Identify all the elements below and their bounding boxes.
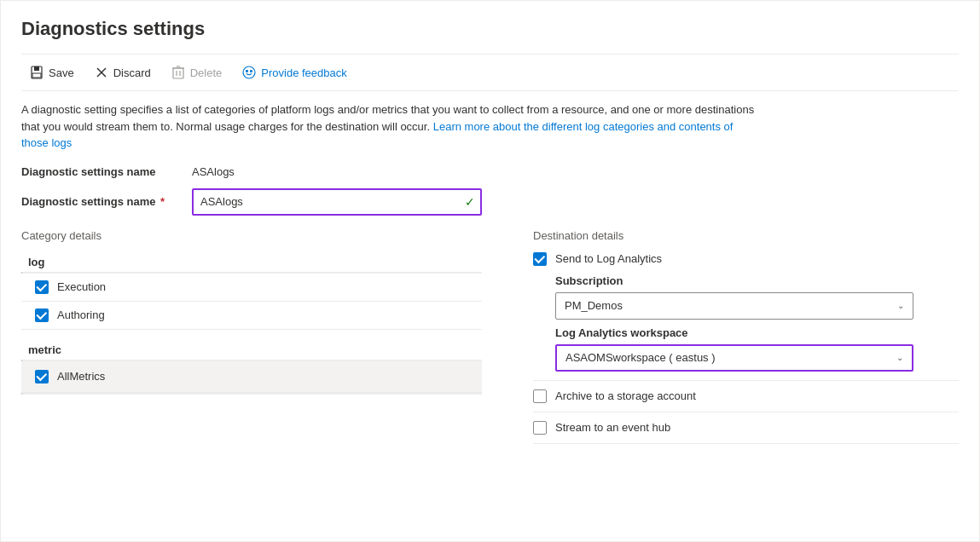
description-section: A diagnostic setting specifies a list of… — [21, 101, 755, 152]
log-analytics-checkbox[interactable] — [533, 252, 547, 266]
feedback-icon — [242, 66, 256, 79]
destination-details-col: Destination details Send to Log Analytic… — [533, 229, 959, 453]
log-item-execution: Execution — [21, 274, 482, 302]
discard-icon — [95, 66, 108, 79]
page-title: Diagnostics settings — [21, 18, 959, 40]
log-item-authoring: Authoring — [21, 302, 482, 330]
workspace-section: Log Analytics workspace ASAOMSworkspace … — [555, 326, 959, 372]
svg-point-10 — [243, 66, 255, 78]
send-to-log-analytics-row: Send to Log Analytics — [533, 252, 959, 266]
delete-icon — [171, 66, 185, 79]
subscription-dropdown[interactable]: PM_Demos ⌄ — [555, 292, 913, 320]
allmetrics-label: AllMetrics — [57, 370, 105, 383]
execution-checkbox[interactable] — [35, 280, 49, 294]
destination-details-header: Destination details — [533, 229, 959, 242]
delete-button[interactable]: Delete — [163, 61, 231, 84]
workspace-label: Log Analytics workspace — [555, 326, 959, 339]
archive-storage-checkbox[interactable] — [533, 389, 547, 403]
svg-rect-5 — [173, 68, 183, 78]
metric-section-header: metric — [21, 340, 482, 360]
toolbar: Save Discard Delete — [21, 54, 959, 91]
stream-event-hub-label: Stream to an event hub — [555, 421, 670, 434]
log-section-header: log — [21, 252, 482, 272]
input-valid-icon: ✓ — [465, 195, 475, 209]
svg-rect-1 — [34, 66, 39, 71]
workspace-chevron-icon: ⌄ — [896, 353, 903, 362]
form-row-name: Diagnostic settings name * ✓ — [21, 188, 959, 216]
settings-name-value: ASAlogs — [192, 165, 235, 178]
name-input-wrapper: ✓ — [192, 188, 482, 216]
settings-name-label: Diagnostic settings name — [21, 165, 192, 178]
dest-divider-2 — [533, 412, 959, 412]
workspace-dropdown[interactable]: ASAOMSworkspace ( eastus ) ⌄ — [555, 344, 913, 372]
metric-bottom-divider — [21, 393, 482, 395]
metric-row: AllMetrics — [35, 370, 468, 383]
subscription-chevron-icon: ⌄ — [897, 301, 904, 310]
subscription-label: Subscription — [555, 274, 959, 287]
subscription-section: Subscription PM_Demos ⌄ — [555, 274, 959, 320]
discard-button[interactable]: Discard — [86, 61, 159, 84]
log-analytics-label: Send to Log Analytics — [555, 252, 662, 265]
two-col-section: Category details log Execution Authoring… — [21, 229, 959, 453]
workspace-value: ASAOMSworkspace ( eastus ) — [565, 351, 716, 364]
category-details-header: Category details — [21, 229, 482, 242]
form-name-label: Diagnostic settings name * — [21, 195, 192, 208]
dest-divider-3 — [533, 443, 959, 444]
category-details-col: Category details log Execution Authoring… — [21, 229, 482, 453]
execution-label: Execution — [57, 280, 106, 293]
svg-point-11 — [246, 71, 248, 72]
archive-storage-label: Archive to a storage account — [555, 389, 696, 402]
svg-point-12 — [251, 71, 252, 72]
archive-storage-row: Archive to a storage account — [533, 389, 959, 403]
subscription-value: PM_Demos — [565, 299, 623, 312]
save-button[interactable]: Save — [21, 61, 83, 84]
name-input[interactable] — [192, 188, 482, 216]
feedback-button[interactable]: Provide feedback — [234, 61, 355, 84]
save-icon — [30, 66, 43, 79]
authoring-checkbox[interactable] — [35, 308, 49, 322]
authoring-label: Authoring — [57, 308, 105, 321]
dest-divider-1 — [533, 380, 959, 381]
svg-rect-2 — [32, 73, 41, 78]
settings-name-row: Diagnostic settings name ASAlogs — [21, 165, 959, 178]
stream-event-hub-row: Stream to an event hub — [533, 421, 959, 435]
stream-event-hub-checkbox[interactable] — [533, 421, 547, 435]
required-marker: * — [160, 195, 165, 208]
metric-item-allmetrics: AllMetrics — [21, 361, 482, 393]
allmetrics-checkbox[interactable] — [35, 370, 49, 383]
